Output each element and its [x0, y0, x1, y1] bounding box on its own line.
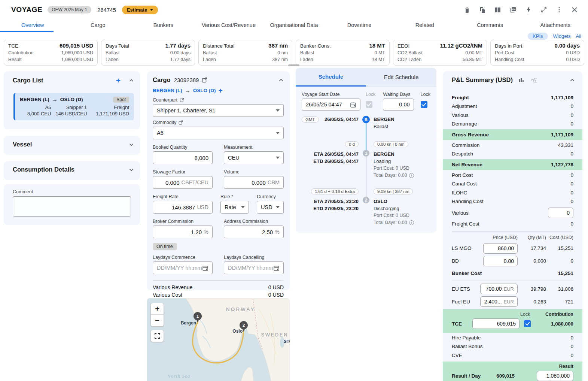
open-commodity-icon[interactable]	[179, 120, 183, 125]
calendar-icon[interactable]	[350, 102, 356, 108]
pnl-row-demurrage: Demurrage0	[452, 120, 573, 129]
volume-input[interactable]: 0.000CBM	[224, 176, 284, 189]
tce-lock-checkbox[interactable]	[524, 320, 531, 327]
kpi-view-kpis[interactable]: KPIs	[528, 33, 548, 40]
book-transfer-icon[interactable]	[494, 6, 502, 13]
delete-icon[interactable]	[463, 6, 471, 13]
open-counterpart-icon[interactable]	[180, 98, 184, 102]
freight-rate-input[interactable]: 146.3887USD	[153, 201, 213, 214]
cargo-list-item[interactable]: BERGEN (L) → OSLO (D) Spot A5 Shipper 1 …	[13, 93, 134, 120]
close-icon[interactable]	[571, 6, 578, 13]
vessel-panel: Vessel	[4, 136, 140, 155]
rule-select[interactable]: Rate	[220, 201, 249, 214]
total-days: Total Days: 0.00	[374, 219, 407, 226]
kpi-view-widgets[interactable]: Widgets	[553, 33, 571, 39]
stowage-factor-input[interactable]: 0.000CBFT/CEU	[153, 176, 213, 189]
open-cargo-icon[interactable]	[202, 77, 207, 83]
cargo-rate: 146 USD/CEU	[51, 111, 87, 117]
panel-resize-handle[interactable]	[288, 64, 299, 66]
expand-icon[interactable]	[540, 6, 548, 13]
route-to-link[interactable]: OSLO (D)	[193, 88, 216, 93]
svg-text:1: 1	[196, 314, 199, 318]
voyage-start-date-input[interactable]: 26/05/25 04:47	[302, 99, 360, 111]
tab-organisational-data[interactable]: Organisational Data	[261, 19, 327, 32]
cargo-list-title: Cargo List	[13, 77, 43, 84]
various-cost-input[interactable]: 0	[548, 208, 573, 218]
fullscreen-icon	[155, 333, 160, 339]
start-time: 26/05/25, 04:47	[325, 116, 359, 123]
tce-input[interactable]: 609,015	[472, 318, 520, 329]
timezone-badge: GMT	[302, 117, 319, 123]
pnl-row-ballast-bonus: Ballast Bonus0	[452, 342, 573, 351]
col-qty: Qty (MT)	[518, 234, 546, 241]
on-time-badge: On time	[153, 243, 177, 250]
calendar-icon[interactable]	[273, 265, 280, 271]
waiting-days-input[interactable]: 0.00	[383, 99, 414, 111]
laydays-cancelling-input[interactable]: DD/MM/YY hh:mm	[224, 261, 284, 274]
laydays-commence-label: Laydays Commence	[153, 255, 213, 260]
timeline-marker-start[interactable]: B	[362, 116, 370, 123]
comment-input[interactable]	[13, 196, 131, 217]
tab-schedule[interactable]: Schedule	[296, 68, 366, 87]
fuel-eu-label: Fuel EU	[452, 299, 476, 305]
divider	[153, 280, 284, 281]
zoom-in-button[interactable]: +	[151, 303, 164, 315]
tab-overview[interactable]: Overview	[0, 19, 65, 32]
currency-select[interactable]: USD	[257, 201, 284, 214]
counterpart-select[interactable]: Shipper 1, Charterer, S1	[153, 104, 284, 117]
eu-ets-price-input[interactable]: 700.00EUR	[480, 284, 518, 294]
tab-edit-schedule[interactable]: Edit Schedule	[366, 68, 436, 86]
route-map[interactable]: NORWAY SWEDEN STOC Bergen Oslo North Sea…	[147, 298, 290, 381]
collapse-icon[interactable]	[129, 78, 134, 83]
expand-section-icon[interactable]	[129, 142, 134, 147]
trend-analysis-icon[interactable]	[530, 76, 537, 84]
collapse-icon[interactable]	[570, 78, 575, 83]
add-port-button[interactable]: +	[219, 88, 223, 94]
address-commission-input[interactable]: 2.50%	[224, 226, 284, 238]
tab-various-cost-revenue[interactable]: Various Cost/Revenue	[196, 19, 262, 32]
more-menu-icon[interactable]	[555, 6, 563, 13]
chevron-down-icon	[150, 9, 153, 11]
waiting-days-lock-checkbox[interactable]	[421, 101, 427, 108]
zoom-out-button[interactable]: −	[151, 315, 164, 326]
tab-comments[interactable]: Comments	[457, 19, 523, 32]
measurement-select[interactable]: CEU	[224, 151, 284, 164]
spot-badge: Spot	[113, 97, 129, 103]
info-icon[interactable]: i	[409, 220, 414, 225]
estimate-button[interactable]: Estimate	[122, 6, 158, 14]
pdf-export-icon[interactable]: PDF	[509, 6, 517, 13]
tab-related[interactable]: Related	[392, 19, 457, 32]
route-from-link[interactable]: BERGEN (L)	[153, 88, 182, 93]
timeline-marker-1[interactable]: 1	[363, 150, 369, 157]
flash-icon[interactable]	[525, 6, 532, 13]
kpi-view-all[interactable]: All	[576, 33, 581, 39]
expand-section-icon[interactable]	[129, 167, 134, 172]
broker-commission-input[interactable]: 1.20%	[153, 226, 213, 238]
tab-cargo[interactable]: Cargo	[65, 19, 131, 32]
bar-chart-icon[interactable]	[518, 77, 524, 83]
commodity-select[interactable]: A5	[153, 127, 284, 139]
collapse-icon[interactable]	[278, 78, 284, 83]
result-input[interactable]: 1,080,000	[537, 371, 573, 381]
map-fullscreen-button[interactable]	[150, 330, 164, 342]
tab-attachments[interactable]: Attachments	[523, 19, 588, 32]
calendar-icon[interactable]	[202, 265, 208, 271]
divider	[452, 231, 573, 232]
copy-icon[interactable]	[479, 6, 486, 13]
booked-quantity-input[interactable]: 8,000	[153, 151, 213, 164]
broker-commission-label: Broker Commission	[153, 219, 213, 224]
voyage-start-lock-checkbox[interactable]	[366, 101, 372, 108]
timeline-marker-2[interactable]: 2	[363, 197, 369, 203]
info-icon[interactable]: i	[409, 173, 414, 178]
dropdown-caret-icon	[241, 206, 245, 208]
bd-price-input[interactable]: 0.00	[483, 256, 518, 266]
tab-downtime[interactable]: Downtime	[327, 19, 392, 32]
comment-panel: Comment	[4, 184, 140, 225]
lsmgo-price-input[interactable]: 860.00	[483, 243, 518, 254]
address-commission-label: Address Commission	[224, 219, 284, 224]
tab-bunkers[interactable]: Bunkers	[131, 19, 196, 32]
contribution-label: Contribution	[545, 312, 573, 317]
add-cargo-button[interactable]: +	[116, 78, 121, 84]
fuel-eu-price-input[interactable]: 2,400...EUR	[480, 296, 518, 307]
laydays-commence-input[interactable]: DD/MM/YY hh:mm	[153, 261, 213, 274]
